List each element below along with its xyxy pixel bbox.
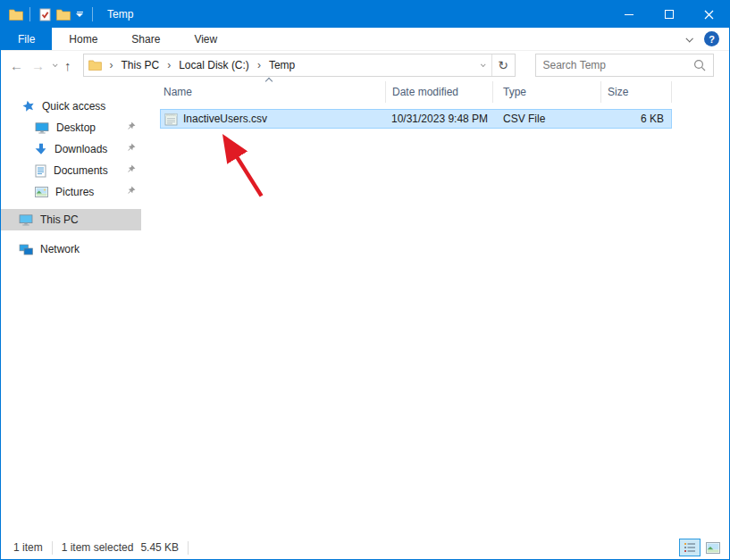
search-icon [693,59,706,71]
title-bar: Temp [1,1,729,28]
up-button[interactable]: ↑ [64,59,71,72]
csv-file-icon [164,112,178,126]
pin-icon[interactable] [126,186,136,198]
refresh-button[interactable]: ↻ [491,54,515,76]
sidebar-item-downloads[interactable]: Downloads [1,138,144,160]
titlebar-separator [29,7,30,21]
file-explorer-window: Temp File Home Share View ? ← → ↑ [0,0,730,560]
item-count: 1 item [13,541,43,554]
tab-label: File [18,33,35,46]
search-box [535,54,714,77]
network-icon [19,244,33,255]
expand-ribbon-chevron-icon[interactable] [685,35,692,42]
sidebar-item-label: Pictures [55,186,94,198]
qat-properties-button[interactable] [37,4,54,25]
tab-label: Share [131,33,160,46]
tab-label: Home [69,33,97,46]
column-label: Name [164,86,192,98]
sidebar-item-network[interactable]: Network [1,238,144,260]
star-icon [21,99,37,114]
breadcrumb-separator-icon: › [107,59,116,71]
window-title: Temp [107,8,133,21]
sidebar-item-label: Quick access [42,100,105,113]
sidebar-item-this-pc[interactable]: This PC [1,209,141,230]
maximize-button[interactable] [649,1,689,28]
breadcrumb-local-disk-c[interactable]: Local Disk (C:) [175,57,253,73]
pin-icon[interactable] [126,143,136,155]
download-arrow-icon [35,143,47,155]
column-label: Size [608,86,628,98]
large-icons-view-button[interactable] [702,539,724,556]
forward-button[interactable]: → [31,59,45,72]
file-type: CSV File [493,113,601,125]
breadcrumb-this-pc[interactable]: This PC [118,57,164,73]
large-icons-view-icon [706,542,720,554]
details-view-button[interactable] [679,539,701,556]
breadcrumb-temp[interactable]: Temp [265,57,298,73]
file-row-inactiveusers-csv[interactable]: InactiveUsers.csv 10/31/2023 9:48 PM CSV… [160,109,672,129]
file-size: 6 KB [601,113,667,125]
qat-new-folder-button[interactable] [54,4,73,25]
address-bar[interactable]: › This PC › Local Disk (C:) › Temp ↻ [83,54,516,77]
breadcrumb-separator-icon: › [255,59,264,71]
details-view-icon [684,542,696,553]
tab-home[interactable]: Home [52,28,114,50]
titlebar-separator [92,7,93,21]
sidebar-item-label: Documents [54,164,108,177]
app-folder-icon [9,9,23,21]
picture-icon [35,187,48,197]
close-button[interactable] [689,1,729,28]
sidebar-item-label: Network [40,243,80,255]
maximize-icon [665,10,674,19]
document-icon [35,164,46,178]
chevron-down-icon [480,62,485,67]
status-bar: 1 item 1 item selected 5.45 KB [1,536,729,559]
qat-customize-dropdown-icon[interactable] [73,4,86,25]
breadcrumb: › This PC › Local Disk (C:) › Temp [107,57,299,73]
tab-file[interactable]: File [1,28,52,50]
tab-view[interactable]: View [177,28,234,50]
sidebar-item-label: Downloads [55,143,107,155]
column-label: Type [503,86,526,98]
tab-share[interactable]: Share [114,28,177,50]
pin-icon[interactable] [126,164,136,177]
column-header-type[interactable]: Type [492,81,600,103]
file-name: InactiveUsers.csv [183,113,267,125]
close-icon [704,10,714,20]
column-header-size[interactable]: Size [600,81,672,103]
sidebar-item-documents[interactable]: Documents [1,160,144,181]
file-date-modified: 10/31/2023 9:48 PM [386,113,493,125]
address-folder-icon [88,60,102,71]
sidebar-item-pictures[interactable]: Pictures [1,181,144,203]
back-button[interactable]: ← [10,59,23,72]
pin-icon[interactable] [126,121,136,134]
column-headers: Name Date modified Type Size [144,79,729,104]
ribbon-tab-bar: File Home Share View ? [1,28,729,51]
recent-locations-chevron-icon[interactable] [53,62,58,67]
computer-icon [19,214,33,226]
sidebar-item-label: This PC [40,213,79,226]
help-icon[interactable]: ? [704,31,719,46]
breadcrumb-separator-icon: › [164,59,173,71]
tab-label: View [194,33,217,46]
minimize-button[interactable] [608,1,649,28]
selection-count: 1 item selected [62,541,134,554]
statusbar-separator [188,541,189,555]
navigation-pane: Quick access Desktop Downloads Documents… [1,79,144,536]
address-dropdown-button[interactable] [474,54,491,76]
selection-size: 5.45 KB [140,541,179,554]
statusbar-separator [52,541,53,555]
sort-ascending-icon [265,78,273,85]
sidebar-item-label: Desktop [56,121,96,134]
column-header-date-modified[interactable]: Date modified [385,81,492,103]
navigation-bar: ← → ↑ › This PC › Local Disk (C:) › Temp… [1,51,729,79]
sidebar-item-quick-access[interactable]: Quick access [1,96,144,117]
file-list-pane: Name Date modified Type Size InactiveUse… [144,79,729,536]
column-header-name[interactable]: Name [144,81,385,103]
search-input[interactable] [543,59,693,71]
annotation-red-arrow [144,79,729,536]
column-label: Date modified [392,86,458,98]
sidebar-item-desktop[interactable]: Desktop [1,117,144,138]
minimize-icon [625,14,634,15]
monitor-icon [35,122,49,134]
